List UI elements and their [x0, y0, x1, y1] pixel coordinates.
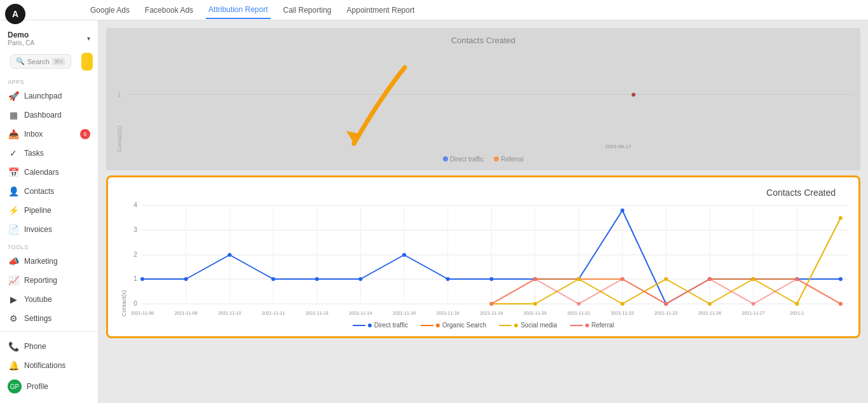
svg-point-30 [315, 277, 319, 281]
legend-direct-traffic-label: Direct traffic [374, 322, 408, 329]
sidebar-item-label: Profile [27, 382, 48, 391]
svg-text:2021-11-18: 2021-11-18 [437, 311, 459, 315]
youtube-icon: ▶ [8, 294, 19, 304]
svg-point-27 [184, 277, 188, 281]
sidebar-item-reporting[interactable]: 📈 Reporting [0, 271, 98, 290]
lightning-button[interactable]: ⚡ [81, 53, 93, 71]
notifications-icon: 🔔 [8, 360, 19, 371]
svg-text:2021-11-26: 2021-11-26 [698, 311, 721, 315]
svg-point-32 [402, 253, 406, 257]
tasks-icon: ✓ [8, 148, 19, 158]
apps-section-label: Apps [0, 74, 98, 86]
sidebar-item-tasks[interactable]: ✓ Tasks [0, 144, 98, 163]
svg-point-28 [227, 253, 231, 257]
calendars-icon: 📅 [8, 167, 19, 177]
reporting-icon: 📈 [8, 275, 19, 285]
dashboard-icon: ▦ [8, 110, 19, 120]
chevron-down-icon: ▾ [87, 35, 90, 42]
svg-text:2: 2 [133, 251, 137, 258]
legend-organic-line [421, 325, 433, 326]
nav-google-ads[interactable]: Google Ads [88, 2, 132, 18]
nav-call-reporting[interactable]: Call Reporting [281, 2, 334, 18]
svg-text:0: 0 [133, 300, 137, 307]
sidebar-item-label: Pipeline [24, 206, 51, 215]
phone-icon: 📞 [8, 341, 19, 352]
focused-y-axis-label: Contact(s) [118, 205, 130, 317]
contacts-icon: 👤 [8, 186, 19, 196]
profile-avatar: GP [8, 379, 22, 393]
sidebar-item-dashboard[interactable]: ▦ Dashboard [0, 106, 98, 125]
svg-point-29 [271, 277, 275, 281]
main-content: Contacts Created Contact(s) 1 2023-08-17… [98, 20, 868, 403]
legend-referral-dot [585, 324, 589, 327]
focused-chart-legend: Direct traffic Organic Search Social med… [118, 317, 848, 329]
svg-point-57 [708, 302, 712, 306]
sidebar-item-notifications[interactable]: 🔔 Notifications [0, 356, 98, 375]
launchpad-icon: 🚀 [8, 91, 19, 101]
sidebar-item-label: Tasks [24, 149, 44, 158]
svg-text:2021-1: 2021-1 [790, 311, 804, 315]
sidebar-item-inbox[interactable]: 📥 Inbox 6 [0, 125, 98, 144]
sidebar-item-label: Reporting [24, 276, 57, 285]
nav-appointment-report[interactable]: Appointment Report [344, 2, 417, 18]
svg-point-61 [489, 302, 493, 306]
search-shortcut: ⌘K [52, 58, 65, 65]
legend-direct-traffic-line [353, 325, 365, 326]
sidebar-item-label: Contacts [24, 187, 54, 196]
account-selector[interactable]: Demo Paris, CA ▾ [0, 25, 98, 51]
search-bar[interactable]: 🔍 Search ⌘K [10, 54, 71, 69]
sidebar-item-label: Youtube [24, 295, 52, 304]
svg-text:1: 1 [133, 275, 137, 282]
legend-organic-search: Organic Search [421, 322, 486, 329]
sidebar-item-contacts[interactable]: 👤 Contacts [0, 182, 98, 201]
pipeline-icon: ⚡ [8, 205, 19, 215]
svg-point-63 [577, 302, 581, 306]
sidebar-item-pipeline[interactable]: ⚡ Pipeline [0, 201, 98, 220]
svg-point-33 [446, 277, 450, 281]
svg-text:2021-11-13: 2021-11-13 [306, 311, 329, 315]
tools-section-label: Tools [0, 239, 98, 252]
svg-text:2021-11-08: 2021-11-08 [131, 311, 154, 315]
svg-text:2021-11-21: 2021-11-21 [567, 311, 590, 315]
sidebar-item-label: Invoices [24, 225, 52, 234]
bg-chart-legend: Direct traffic Referral [114, 152, 853, 163]
sidebar-item-launchpad[interactable]: 🚀 Launchpad [0, 86, 98, 106]
sidebar-item-invoices[interactable]: 📄 Invoices [0, 220, 98, 239]
sidebar-item-label: Dashboard [24, 111, 62, 120]
svg-text:2021-11-10: 2021-11-10 [218, 311, 241, 315]
sidebar-item-profile[interactable]: GP Profile [0, 375, 98, 398]
sidebar-item-settings[interactable]: ⚙ Settings [0, 309, 98, 328]
legend-direct-traffic: Direct traffic [353, 322, 408, 329]
legend-referral-label: Referral [592, 322, 614, 329]
nav-attribution-report[interactable]: Attribution Report [206, 1, 270, 19]
svg-text:2021-11-14: 2021-11-14 [349, 311, 372, 315]
sidebar-item-label: Inbox [24, 130, 43, 139]
svg-point-42 [839, 277, 843, 281]
nav-facebook-ads[interactable]: Facebook Ads [142, 2, 196, 18]
svg-text:2021-11-27: 2021-11-27 [742, 311, 764, 315]
svg-text:2021-11-22: 2021-11-22 [611, 311, 634, 315]
svg-text:2021-11-20: 2021-11-20 [524, 311, 546, 315]
sidebar-item-label: Marketing [24, 257, 58, 266]
inbox-icon: 📥 [8, 129, 19, 139]
legend-referral-line [570, 325, 583, 326]
sidebar-item-youtube[interactable]: ▶ Youtube [0, 290, 98, 309]
svg-text:2021-11-16: 2021-11-16 [393, 311, 416, 315]
svg-text:3: 3 [133, 226, 137, 233]
sidebar-item-phone[interactable]: 📞 Phone [0, 337, 98, 356]
sidebar-bottom: 📞 Phone 🔔 Notifications GP Profile [0, 331, 98, 398]
svg-text:2021-11-11: 2021-11-11 [262, 311, 285, 315]
legend-social-label: Social media [520, 322, 557, 329]
sidebar-item-calendars[interactable]: 📅 Calendars [0, 163, 98, 182]
inbox-badge: 6 [80, 129, 90, 139]
main-layout: Demo Paris, CA ▾ 🔍 Search ⌘K ⚡ Apps 🚀 La… [0, 20, 868, 403]
sidebar-item-label: Settings [24, 314, 51, 323]
bg-chart-title: Contacts Created [114, 36, 853, 45]
legend-referral: Referral [570, 322, 614, 329]
invoices-icon: 📄 [8, 224, 19, 235]
svg-point-62 [533, 277, 537, 281]
top-navigation: A Google Ads Facebook Ads Attribution Re… [0, 0, 868, 20]
sidebar-item-marketing[interactable]: 📣 Marketing [0, 252, 98, 271]
marketing-icon: 📣 [8, 256, 19, 266]
svg-point-64 [620, 277, 624, 281]
